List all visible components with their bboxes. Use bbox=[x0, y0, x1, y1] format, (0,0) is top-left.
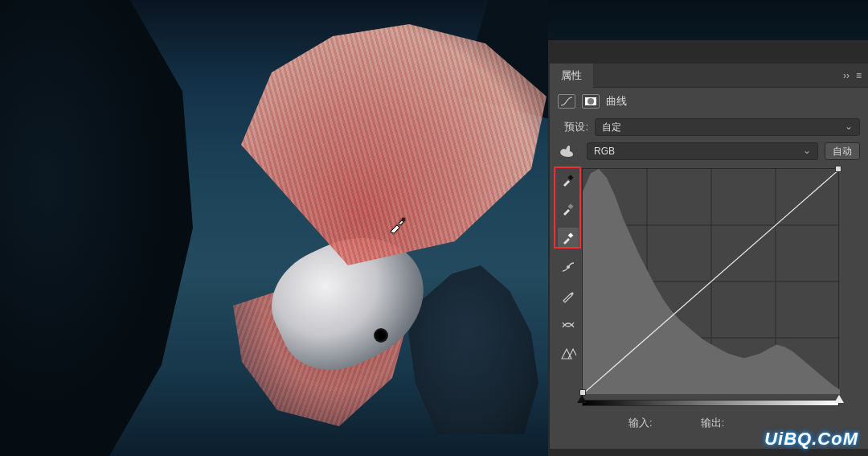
eyedropper-black-point[interactable] bbox=[558, 170, 579, 191]
adjustment-type-label: 曲线 bbox=[606, 94, 627, 109]
channel-row: RGB 自动 bbox=[550, 139, 868, 163]
svg-point-6 bbox=[567, 265, 570, 269]
curve-point-tool[interactable] bbox=[558, 257, 579, 277]
canvas-artwork[interactable] bbox=[0, 0, 548, 456]
input-slider[interactable] bbox=[582, 396, 839, 409]
io-labels: 输入: 输出: bbox=[582, 409, 860, 430]
curves-body: 输入: 输出: bbox=[550, 163, 868, 430]
preset-row: 预设: 自定 bbox=[550, 115, 868, 139]
curves-graph[interactable] bbox=[582, 168, 839, 393]
white-point-slider[interactable] bbox=[834, 395, 844, 403]
eyedropper-cursor bbox=[389, 216, 407, 236]
input-label: 输入: bbox=[628, 416, 653, 430]
preset-label: 预设: bbox=[558, 120, 588, 134]
fish-eye bbox=[374, 328, 388, 343]
panel-menu-icon[interactable]: ≡ bbox=[856, 70, 862, 81]
layer-mask-icon bbox=[582, 94, 600, 109]
gradient-bar bbox=[582, 400, 839, 406]
curve-handle-white[interactable] bbox=[835, 166, 841, 172]
curves-graph-area: 输入: 输出: bbox=[582, 168, 860, 430]
svg-rect-0 bbox=[402, 218, 405, 221]
pencil-tool[interactable] bbox=[558, 286, 579, 306]
curves-adjustment-icon bbox=[558, 94, 575, 109]
preset-dropdown[interactable]: 自定 bbox=[595, 118, 860, 136]
channel-value: RGB bbox=[594, 146, 615, 157]
eyedropper-gray-point[interactable] bbox=[558, 199, 579, 220]
output-label: 输出: bbox=[701, 416, 725, 430]
panel-upper-gap bbox=[548, 0, 868, 63]
adjustment-type-row: 曲线 bbox=[550, 88, 868, 115]
panel-tab-bar: 属性 ›› ≡ bbox=[550, 64, 868, 88]
svg-rect-5 bbox=[567, 232, 573, 238]
channel-dropdown[interactable]: RGB bbox=[587, 142, 818, 160]
preset-value: 自定 bbox=[602, 121, 621, 134]
svg-rect-4 bbox=[567, 203, 573, 209]
curves-tool-column bbox=[555, 168, 582, 430]
collapse-icon[interactable]: ›› bbox=[843, 70, 850, 81]
svg-point-2 bbox=[588, 98, 594, 105]
targeted-adjust-icon[interactable] bbox=[558, 143, 580, 160]
black-point-slider[interactable] bbox=[577, 395, 587, 403]
svg-rect-3 bbox=[567, 175, 573, 180]
properties-tab[interactable]: 属性 bbox=[550, 64, 593, 88]
watermark: UiBQ.CoM bbox=[764, 429, 858, 450]
clip-warning-tool[interactable] bbox=[558, 343, 579, 364]
auto-button[interactable]: 自动 bbox=[825, 142, 860, 160]
eyedropper-white-point[interactable] bbox=[558, 228, 579, 249]
tree-left bbox=[0, 0, 193, 456]
curves-svg bbox=[583, 169, 840, 394]
smooth-curve-tool[interactable] bbox=[558, 314, 579, 335]
properties-panel: 属性 ›› ≡ 曲线 预设: 自定 RGB 自动 bbox=[550, 63, 868, 449]
